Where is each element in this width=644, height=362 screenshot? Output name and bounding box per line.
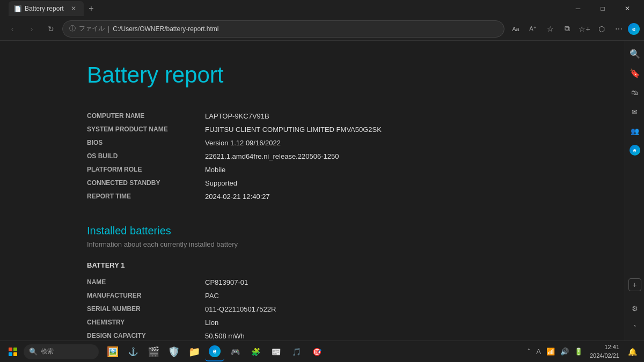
- new-tab-button[interactable]: +: [84, 1, 99, 16]
- taskbar-search[interactable]: 🔍 検索: [24, 344, 99, 359]
- split-button[interactable]: ⧉: [559, 21, 575, 37]
- battery-info-label: NAME: [87, 276, 205, 289]
- app-puzzle[interactable]: 🧩: [246, 342, 265, 361]
- win-logo-red: [9, 348, 12, 351]
- app-folder[interactable]: 📁: [185, 342, 204, 361]
- tray-battery[interactable]: 🔋: [573, 346, 584, 357]
- tab-close-button[interactable]: ✕: [69, 4, 78, 13]
- sidebar-settings-button[interactable]: ⚙: [626, 300, 643, 317]
- tray-keyboard[interactable]: A: [535, 346, 543, 357]
- extensions-button[interactable]: ⬡: [594, 21, 610, 37]
- titlebar-left: 📄 Battery report ✕ +: [4, 1, 566, 16]
- system-info-row: OS BUILD22621.1.amd64fre.ni_release.2205…: [87, 150, 538, 163]
- active-tab[interactable]: 📄 Battery report ✕: [9, 1, 84, 16]
- favorite-button[interactable]: ☆: [542, 21, 558, 37]
- start-button[interactable]: [4, 343, 21, 360]
- app-news[interactable]: 📰: [266, 342, 286, 361]
- page-inner: Battery report COMPUTER NAMELAPTOP-9KC7V…: [55, 41, 570, 341]
- clock-date: 2024/02/21: [590, 352, 619, 360]
- sidebar-add-button[interactable]: +: [628, 278, 641, 291]
- app-edge[interactable]: e: [205, 342, 224, 361]
- taskbar-right: ˄ A 📶 🔊 🔋 12:41 2024/02/21 🔔: [525, 343, 640, 360]
- address-info-icon: ⓘ: [69, 24, 76, 33]
- window-controls: ─ □ ✕: [566, 0, 640, 17]
- clock-time: 12:41: [604, 343, 619, 351]
- system-info-row: BIOSVersion 1.12 09/16/2022: [87, 136, 538, 150]
- web-content[interactable]: Battery report COMPUTER NAMELAPTOP-9KC7V…: [0, 41, 625, 341]
- system-info-value: Mobile: [205, 163, 538, 176]
- back-button[interactable]: ‹: [4, 21, 20, 37]
- battery-info-label: DESIGN CAPACITY: [87, 329, 205, 341]
- close-button[interactable]: ✕: [615, 0, 640, 17]
- immersive-reader-button[interactable]: A⁺: [525, 21, 541, 37]
- app-media[interactable]: 🎬: [144, 342, 163, 361]
- sidebar-edge-button[interactable]: e: [626, 142, 643, 159]
- system-tray: ˄ A 📶 🔊 🔋: [525, 346, 584, 357]
- battery-info-table: NAMECP813907-01MANUFACTURERPACSERIAL NUM…: [87, 276, 538, 341]
- battery-label: BATTERY 1: [87, 261, 538, 269]
- clock[interactable]: 12:41 2024/02/21: [587, 343, 623, 360]
- sidebar-chevron-button[interactable]: ˄: [626, 319, 643, 336]
- sidebar-people-button[interactable]: 👥: [626, 122, 643, 139]
- system-info-value: Version 1.12 09/16/2022: [205, 136, 538, 150]
- battery-info-value: CP813907-01: [205, 276, 538, 289]
- system-info-value: 22621.1.amd64fre.ni_release.220506-1250: [205, 150, 538, 163]
- forward-button[interactable]: ›: [24, 21, 40, 37]
- system-info-row: COMPUTER NAMELAPTOP-9KC7V91B: [87, 109, 538, 123]
- battery-info-row: CHEMISTRYLIon: [87, 316, 538, 329]
- tray-wifi[interactable]: 📶: [545, 346, 557, 357]
- battery-info-row: DESIGN CAPACITY50,508 mWh: [87, 329, 538, 341]
- address-bar-container[interactable]: ⓘ ファイル | C:/Users/OWNER/battery-report.h…: [62, 20, 504, 38]
- app-target[interactable]: 🎯: [307, 342, 326, 361]
- search-text: 検索: [41, 347, 54, 356]
- system-info-label: REPORT TIME: [87, 190, 205, 203]
- addressbar: ‹ › ↻ ⓘ ファイル | C:/Users/OWNER/battery-re…: [0, 17, 644, 41]
- app-anchor[interactable]: ⚓: [123, 342, 143, 361]
- system-info-table: COMPUTER NAMELAPTOP-9KC7V91BSYSTEM PRODU…: [87, 109, 538, 203]
- addressbar-right: Aa A⁺ ☆ ⧉ ☆+ ⬡ ⋯ e: [508, 21, 640, 37]
- main-content: Battery report COMPUTER NAMELAPTOP-9KC7V…: [0, 41, 625, 341]
- battery-info-label: MANUFACTURER: [87, 289, 205, 302]
- url-text: C:/Users/OWNER/battery-report.html: [113, 25, 497, 33]
- more-button[interactable]: ⋯: [611, 21, 627, 37]
- search-icon: 🔍: [29, 348, 38, 356]
- battery-info-value: 011-Q221105017522R: [205, 302, 538, 316]
- system-info-value: 2024-02-21 12:40:27: [205, 190, 538, 203]
- battery-info-row: SERIAL NUMBER011-Q221105017522R: [87, 302, 538, 316]
- app-photo[interactable]: 🖼️: [103, 342, 122, 361]
- read-aloud-button[interactable]: Aa: [508, 21, 524, 37]
- add-favorite-button[interactable]: ☆+: [576, 21, 592, 37]
- titlebar-tabs: 📄 Battery report ✕ +: [9, 1, 99, 16]
- tray-volume[interactable]: 🔊: [559, 346, 570, 357]
- system-info-label: OS BUILD: [87, 150, 205, 163]
- sidebar-search-button[interactable]: 🔍: [626, 45, 643, 62]
- app-game[interactable]: 🎮: [225, 342, 245, 361]
- titlebar: 📄 Battery report ✕ + ─ □ ✕: [0, 0, 644, 17]
- system-info-label: SYSTEM PRODUCT NAME: [87, 123, 205, 136]
- minimize-button[interactable]: ─: [566, 0, 590, 17]
- sidebar-mail-button[interactable]: ✉: [626, 103, 643, 120]
- battery-info-label: SERIAL NUMBER: [87, 302, 205, 316]
- page-title: Battery report: [87, 62, 538, 88]
- app-music[interactable]: 🎵: [287, 342, 306, 361]
- system-info-row: REPORT TIME2024-02-21 12:40:27: [87, 190, 538, 203]
- tab-favicon: 📄: [14, 5, 21, 12]
- taskbar: 🔍 検索 🖼️ ⚓ 🎬 🛡️ 📁 e 🎮 🧩 📰 🎵 🎯 ˄ A 📶 🔊 🔋 1…: [0, 341, 644, 362]
- refresh-button[interactable]: ↻: [43, 21, 59, 37]
- system-info-label: PLATFORM ROLE: [87, 163, 205, 176]
- system-info-label: BIOS: [87, 136, 205, 150]
- battery-info-row: MANUFACTURERPAC: [87, 289, 538, 302]
- edge-icon: e: [628, 23, 640, 35]
- notification-button[interactable]: 🔔: [625, 344, 640, 359]
- separator: |: [108, 25, 109, 33]
- installed-batteries-subtitle: Information about each currently install…: [87, 240, 538, 248]
- battery-info-row: NAMECP813907-01: [87, 276, 538, 289]
- sidebar-bookmarks-button[interactable]: 🔖: [626, 64, 643, 82]
- app-shield[interactable]: 🛡️: [164, 342, 184, 361]
- sidebar-shopping-button[interactable]: 🛍: [626, 84, 643, 101]
- system-info-label: COMPUTER NAME: [87, 109, 205, 123]
- maximize-button[interactable]: □: [590, 0, 615, 17]
- system-info-row: PLATFORM ROLEMobile: [87, 163, 538, 176]
- tray-chevron[interactable]: ˄: [525, 346, 532, 357]
- installed-batteries-title: Installed batteries: [87, 225, 538, 237]
